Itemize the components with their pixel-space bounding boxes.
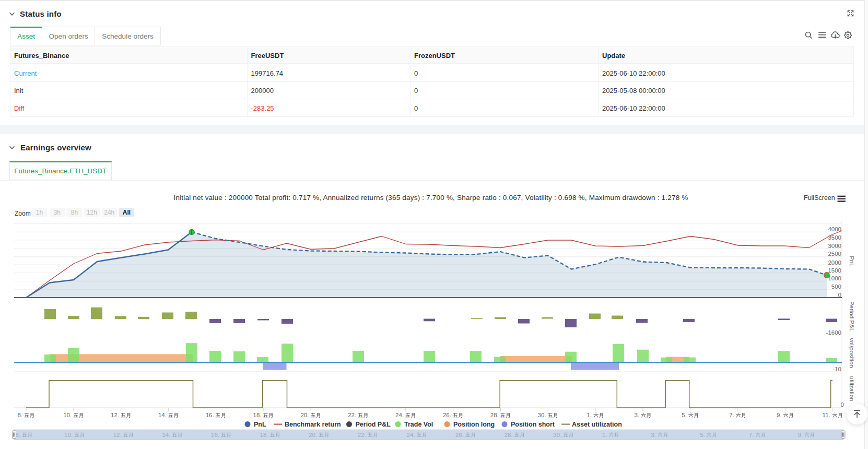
svg-text:Period P&L: Period P&L <box>356 421 391 428</box>
svg-text:5.: 5. <box>682 412 687 418</box>
svg-text:20.: 20. <box>300 412 309 418</box>
svg-text:11.: 11. <box>823 412 830 418</box>
svg-text:24.: 24. <box>407 432 415 438</box>
svg-text:2000: 2000 <box>828 259 841 266</box>
svg-text:-1600: -1600 <box>826 329 841 336</box>
svg-text:26.: 26. <box>443 412 451 418</box>
svg-text:utilization: utilization <box>849 376 855 401</box>
svg-text:26.: 26. <box>455 432 464 438</box>
svg-text:PnL: PnL <box>849 256 855 267</box>
svg-text:Position short: Position short <box>511 421 555 428</box>
svg-text:3.: 3. <box>635 412 640 418</box>
svg-text:1.: 1. <box>587 412 592 418</box>
svg-text:5.: 5. <box>700 432 705 438</box>
svg-text:28.: 28. <box>505 432 513 438</box>
svg-text:Trade Vol: Trade Vol <box>404 421 433 428</box>
svg-text:28.: 28. <box>490 412 499 418</box>
svg-text:vol/position: vol/position <box>849 338 855 368</box>
svg-text:PnL: PnL <box>254 421 266 428</box>
svg-text:10.: 10. <box>63 412 72 418</box>
svg-text:14.: 14. <box>158 412 167 418</box>
svg-text:500: 500 <box>831 283 841 290</box>
svg-text:14.: 14. <box>162 432 170 438</box>
svg-text:3.: 3. <box>651 432 656 438</box>
svg-text:4000: 4000 <box>828 226 841 232</box>
svg-text:18.: 18. <box>253 412 262 418</box>
svg-text:Position long: Position long <box>453 421 495 428</box>
svg-text:30.: 30. <box>538 412 546 418</box>
svg-text:30.: 30. <box>553 432 561 438</box>
svg-text:16.: 16. <box>206 412 214 418</box>
svg-text:1.: 1. <box>602 432 607 438</box>
svg-text:0: 0 <box>838 292 841 298</box>
svg-text:9.: 9. <box>777 412 782 418</box>
svg-text:Benchmark return: Benchmark return <box>285 421 341 428</box>
svg-text:20.: 20. <box>309 432 317 438</box>
svg-text:7.: 7. <box>749 432 754 438</box>
svg-text:7.: 7. <box>729 412 734 418</box>
svg-text:16.: 16. <box>211 432 219 438</box>
svg-text:10.: 10. <box>64 432 73 438</box>
svg-text:-10: -10 <box>832 366 841 372</box>
svg-text:Period P&L: Period P&L <box>849 301 855 332</box>
svg-text:0: 0 <box>841 401 844 408</box>
svg-text:8.: 8. <box>18 412 23 418</box>
svg-text:18.: 18. <box>260 432 268 438</box>
svg-text:22.: 22. <box>348 412 356 418</box>
svg-text:3000: 3000 <box>828 243 841 249</box>
svg-text:1500: 1500 <box>828 267 841 274</box>
svg-text:22.: 22. <box>358 432 366 438</box>
svg-text:2500: 2500 <box>828 251 841 257</box>
svg-text:24.: 24. <box>395 412 404 418</box>
svg-text:12.: 12. <box>113 432 122 438</box>
svg-text:12.: 12. <box>111 412 119 418</box>
svg-text:9.: 9. <box>797 432 803 438</box>
svg-text:Asset utilization: Asset utilization <box>572 421 622 428</box>
svg-text:1000: 1000 <box>828 275 841 281</box>
svg-text:3500: 3500 <box>828 234 841 241</box>
